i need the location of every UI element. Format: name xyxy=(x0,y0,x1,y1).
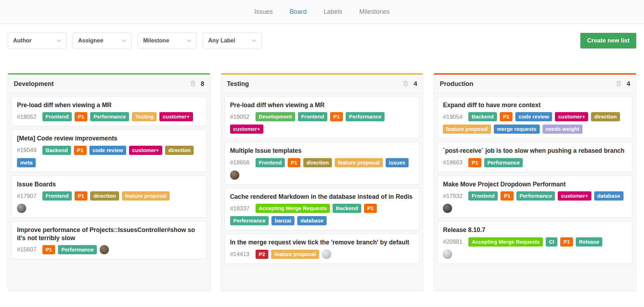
label-database[interactable]: database xyxy=(297,216,327,225)
avatar[interactable] xyxy=(100,245,109,254)
list-actions: 4 xyxy=(403,80,417,88)
label-performance[interactable]: Performance xyxy=(230,216,269,225)
label-direction[interactable]: direction xyxy=(90,191,119,201)
issue-title: Release 8.10.7 xyxy=(443,226,627,234)
label-performance[interactable]: Performance xyxy=(90,112,129,121)
filter-dropdown-milestone[interactable]: Milestone xyxy=(138,33,197,48)
issue-card[interactable]: Issue Boards#17907FrontendP1directionfea… xyxy=(11,175,207,218)
issue-meta: #18337Accepting Merge RequestsBackendP1P… xyxy=(230,204,414,225)
label-database[interactable]: database xyxy=(594,191,623,201)
label-feature-proposal[interactable]: feature proposal xyxy=(271,250,319,259)
label-customer[interactable]: customer+ xyxy=(555,112,588,121)
issue-meta: #19054BackendP1code reviewcustomer+direc… xyxy=(443,112,627,134)
issue-number: #19052 xyxy=(230,114,250,120)
label-p1[interactable]: P1 xyxy=(364,204,377,213)
issue-meta: #19052DevelopmentFrontendP1Performancecu… xyxy=(230,112,414,134)
card-list: Pre-load diff when viewing a MR#19052Dev… xyxy=(221,93,423,291)
issue-card[interactable]: Cache rendered Markdown in the database … xyxy=(224,188,420,230)
label-accepting-merge-requests[interactable]: Accepting Merge Requests xyxy=(468,237,543,247)
label-p1[interactable]: P1 xyxy=(330,112,343,121)
create-new-list-button[interactable]: Create new list xyxy=(580,33,636,48)
label-frontend[interactable]: Frontend xyxy=(256,158,285,167)
assignee-row xyxy=(443,250,627,259)
label-performance[interactable]: Performance xyxy=(516,191,555,201)
issue-title: Improve performance of Projects::IssuesC… xyxy=(17,226,201,242)
tab-board[interactable]: Board xyxy=(289,8,306,16)
board-list-development: Development8Pre-load diff when viewing a… xyxy=(8,73,210,291)
tab-labels[interactable]: Labels xyxy=(323,8,342,16)
issue-title: Expand diff to have more context xyxy=(443,101,627,109)
label-issues[interactable]: issues xyxy=(386,158,409,167)
avatar[interactable] xyxy=(443,250,452,259)
issue-card[interactable]: `post-receive` job is too slow when push… xyxy=(437,142,633,172)
label-customer[interactable]: customer+ xyxy=(129,146,162,155)
issue-card[interactable]: Make Move Project Dropdown Performant#17… xyxy=(437,175,633,218)
delete-list-button[interactable] xyxy=(616,81,621,88)
filter-dropdown-author[interactable]: Author xyxy=(8,33,66,48)
label-merge-requests[interactable]: merge requests xyxy=(494,124,540,134)
filter-dropdown-assignee[interactable]: Assignee xyxy=(73,33,131,48)
label-p1[interactable]: P1 xyxy=(288,158,300,167)
label-code-review[interactable]: code review xyxy=(515,112,552,121)
issue-card[interactable]: [Meta] Code review improvements#19049Bac… xyxy=(11,129,207,172)
label-direction[interactable]: direction xyxy=(591,112,620,121)
issue-card[interactable]: Pre-load diff when viewing a MR#19052Fro… xyxy=(11,96,207,126)
label-release[interactable]: Release xyxy=(576,237,602,247)
issue-card[interactable]: Improve performance of Projects::IssuesC… xyxy=(11,221,207,259)
avatar[interactable] xyxy=(230,170,239,180)
filter-dropdown-any-label[interactable]: Any Label xyxy=(203,33,262,48)
label-feature-proposal[interactable]: feature proposal xyxy=(122,191,170,201)
issue-card[interactable]: Multiple Issue templates#18656FrontendP1… xyxy=(224,142,420,184)
label-p1[interactable]: P1 xyxy=(468,158,481,167)
label-accepting-merge-requests[interactable]: Accepting Merge Requests xyxy=(256,204,330,213)
avatar[interactable] xyxy=(322,250,331,259)
label-needs-weight[interactable]: needs weight xyxy=(543,124,582,134)
delete-list-button[interactable] xyxy=(190,81,195,88)
issue-card[interactable]: Release 8.10.7#20981Accepting Merge Requ… xyxy=(437,221,633,263)
issue-card[interactable]: Pre-load diff when viewing a MR#19052Dev… xyxy=(224,96,420,139)
label-performance[interactable]: Performance xyxy=(58,245,97,254)
tab-milestones[interactable]: Milestones xyxy=(359,8,390,16)
label-code-review[interactable]: code review xyxy=(89,146,126,155)
avatar[interactable] xyxy=(17,204,26,213)
issue-meta: #19052FrontendP1PerformanceTestingcustom… xyxy=(17,112,201,121)
trash-icon xyxy=(616,81,621,88)
label-feature-proposal[interactable]: feature proposal xyxy=(335,158,383,167)
label-backend[interactable]: Backend xyxy=(333,204,361,213)
list-title: Testing xyxy=(227,80,249,88)
label-performance[interactable]: Performance xyxy=(484,158,523,167)
label-p2[interactable]: P2 xyxy=(256,250,268,259)
label-ci[interactable]: CI xyxy=(546,237,557,247)
label-performance[interactable]: Performance xyxy=(346,112,385,121)
label-customer[interactable]: customer+ xyxy=(558,191,591,201)
label-meta[interactable]: meta xyxy=(17,158,36,167)
avatar[interactable] xyxy=(443,204,452,213)
label-backend[interactable]: Backend xyxy=(468,112,497,121)
label-direction[interactable]: direction xyxy=(303,158,332,167)
label-frontend[interactable]: Frontend xyxy=(42,191,72,201)
label-frontend[interactable]: Frontend xyxy=(468,191,498,201)
issue-card[interactable]: In the merge request view tick the 'remo… xyxy=(224,233,420,263)
label-frontend[interactable]: Frontend xyxy=(42,112,72,121)
label-development[interactable]: Development xyxy=(256,112,295,121)
filter-dropdown-label: Milestone xyxy=(143,37,169,44)
label-customer[interactable]: customer+ xyxy=(159,112,193,121)
tab-issues[interactable]: Issues xyxy=(254,8,273,16)
label-customer[interactable]: customer+ xyxy=(230,124,263,134)
label-testing[interactable]: Testing xyxy=(132,112,157,121)
label-p1[interactable]: P1 xyxy=(75,191,87,201)
issue-meta: #17932FrontendP1Performancecustomer+data… xyxy=(443,191,627,213)
label-p1[interactable]: P1 xyxy=(500,112,513,121)
label-p1[interactable]: P1 xyxy=(500,191,513,201)
label-banzai[interactable]: banzai xyxy=(271,216,294,225)
label-p1[interactable]: P1 xyxy=(75,112,87,121)
label-p1[interactable]: P1 xyxy=(74,146,87,155)
label-backend[interactable]: Backend xyxy=(42,146,71,155)
label-p1[interactable]: P1 xyxy=(560,237,573,247)
delete-list-button[interactable] xyxy=(403,81,408,88)
label-feature-proposal[interactable]: feature proposal xyxy=(443,124,491,134)
label-frontend[interactable]: Frontend xyxy=(298,112,327,121)
issue-card[interactable]: Expand diff to have more context#19054Ba… xyxy=(437,96,633,139)
label-p1[interactable]: P1 xyxy=(42,245,55,254)
label-direction[interactable]: direction xyxy=(165,146,194,155)
